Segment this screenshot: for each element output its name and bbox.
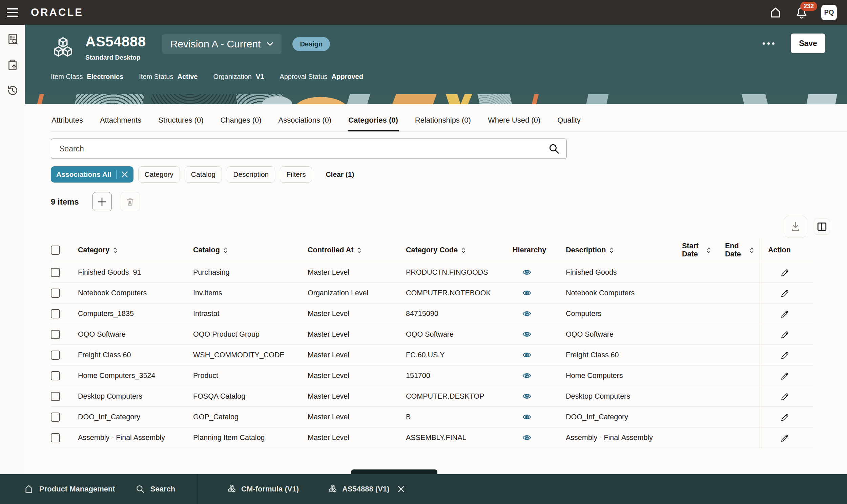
hierarchy-eye-icon[interactable] [522, 350, 531, 360]
item-search-icon[interactable] [6, 32, 19, 46]
cell-category: Finished Goods_91 [78, 262, 193, 283]
cell-end-date [725, 262, 760, 283]
cell-start-date [682, 365, 725, 386]
row-checkbox[interactable] [51, 330, 60, 339]
clipboard-upload-icon[interactable] [6, 58, 19, 71]
meta-label: Item Status [139, 73, 173, 80]
overflow-dots-icon[interactable] [761, 39, 776, 48]
row-checkbox[interactable] [51, 268, 60, 277]
edit-pencil-icon[interactable] [779, 371, 789, 380]
main-content: Attributes Attachments Structures (0) Ch… [25, 104, 847, 474]
revision-selector[interactable]: Revision A - Current [162, 34, 282, 54]
chip-category[interactable]: Category [138, 166, 180, 183]
row-checkbox[interactable] [51, 392, 60, 401]
tab-attributes[interactable]: Attributes [51, 112, 84, 131]
cell-catalog: FOSQA Catalog [193, 386, 308, 407]
chip-associations-all[interactable]: Associations All [51, 166, 133, 183]
lifecycle-badge: Design [292, 37, 330, 51]
table-row: Finished Goods_91 Purchasing Master Leve… [51, 262, 813, 283]
clear-filters-button[interactable]: Clear (1) [326, 170, 354, 179]
close-icon[interactable] [397, 485, 405, 493]
chip-catalog[interactable]: Catalog [185, 166, 222, 183]
hierarchy-eye-icon[interactable] [522, 268, 531, 277]
row-checkbox[interactable] [51, 433, 60, 442]
col-header-end-date[interactable]: End Date [725, 238, 760, 262]
edit-pencil-icon[interactable] [779, 433, 789, 442]
edit-pencil-icon[interactable] [779, 392, 789, 401]
row-checkbox[interactable] [51, 413, 60, 422]
delete-category-button[interactable] [121, 192, 140, 211]
edit-pencil-icon[interactable] [779, 350, 789, 360]
save-button[interactable]: Save [791, 34, 825, 53]
hierarchy-eye-icon[interactable] [522, 288, 531, 298]
history-icon[interactable] [6, 84, 19, 97]
hierarchy-eye-icon[interactable] [522, 412, 531, 422]
col-header-start-date[interactable]: Start Date [682, 238, 725, 262]
edit-pencil-icon[interactable] [779, 309, 789, 318]
drawer-handle[interactable] [351, 469, 437, 474]
cell-start-date [682, 283, 725, 303]
cell-category-code: COMPUTER.NOTEBOOK [406, 283, 512, 303]
filter-chips: Associations All Category Catalog Descri… [51, 166, 847, 183]
cell-end-date [725, 345, 760, 365]
tab-where-used[interactable]: Where Used (0) [487, 112, 541, 131]
cell-end-date [725, 283, 760, 303]
chip-filters[interactable]: Filters [280, 166, 312, 183]
cell-category-code: OQO Software [406, 324, 512, 344]
row-checkbox[interactable] [51, 371, 60, 380]
cell-end-date [725, 407, 760, 427]
edit-pencil-icon[interactable] [779, 329, 789, 339]
user-avatar[interactable]: PQ [821, 5, 837, 20]
dock-search[interactable]: Search [136, 484, 175, 494]
row-checkbox[interactable] [51, 309, 60, 318]
tab-associations[interactable]: Associations (0) [278, 112, 332, 131]
menu-icon[interactable] [0, 0, 25, 25]
download-icon[interactable] [785, 216, 806, 237]
cell-start-date [682, 386, 725, 407]
edit-pencil-icon[interactable] [779, 268, 789, 277]
search-icon[interactable] [548, 143, 560, 155]
cell-start-date [682, 262, 725, 283]
tab-changes[interactable]: Changes (0) [219, 112, 262, 131]
edit-pencil-icon[interactable] [779, 288, 789, 298]
hierarchy-eye-icon[interactable] [522, 309, 531, 318]
columns-icon[interactable] [814, 218, 830, 235]
items-count: 9 items [51, 197, 79, 206]
tab-relationships[interactable]: Relationships (0) [414, 112, 472, 131]
col-header-category-code[interactable]: Category Code [406, 238, 512, 262]
notifications-bell-icon[interactable]: 232 [795, 6, 808, 19]
tab-categories[interactable]: Categories (0) [348, 112, 399, 131]
plus-icon [97, 197, 107, 207]
dock-divider [198, 474, 198, 504]
row-checkbox[interactable] [51, 350, 60, 360]
meta-label: Item Class [51, 73, 83, 80]
tab-quality[interactable]: Quality [557, 112, 581, 131]
meta-value: V1 [256, 73, 264, 80]
chip-description[interactable]: Description [227, 166, 275, 183]
col-header-description[interactable]: Description [566, 238, 682, 262]
edit-pencil-icon[interactable] [779, 412, 789, 422]
tab-attachments[interactable]: Attachments [99, 112, 142, 131]
col-header-catalog[interactable]: Catalog [193, 238, 308, 262]
tab-structures[interactable]: Structures (0) [158, 112, 204, 131]
cell-catalog: Planning Item Catalog [193, 428, 308, 448]
home-icon[interactable] [769, 6, 782, 19]
hierarchy-eye-icon[interactable] [522, 392, 531, 401]
dock-tab-cm-formula[interactable]: CM-formula (V1) [227, 484, 299, 494]
hierarchy-eye-icon[interactable] [522, 329, 531, 339]
table-row: Desktop Computers FOSQA Catalog Master L… [51, 386, 813, 407]
cell-end-date [725, 304, 760, 324]
search-input[interactable] [59, 144, 548, 154]
row-checkbox[interactable] [51, 289, 60, 298]
category-search [51, 139, 567, 159]
hierarchy-eye-icon[interactable] [522, 371, 531, 380]
cell-controlled-at: Master Level [308, 262, 406, 283]
dock-product-management[interactable]: Product Management [24, 484, 115, 494]
select-all-checkbox[interactable] [51, 246, 60, 255]
col-header-controlled-at[interactable]: Controlled At [308, 238, 406, 262]
add-category-button[interactable] [92, 192, 112, 211]
cell-category: Computers_1835 [78, 304, 193, 324]
col-header-category[interactable]: Category [78, 238, 193, 262]
hierarchy-eye-icon[interactable] [522, 433, 531, 442]
dock-tab-as54888[interactable]: AS54888 (V1) [328, 484, 405, 494]
